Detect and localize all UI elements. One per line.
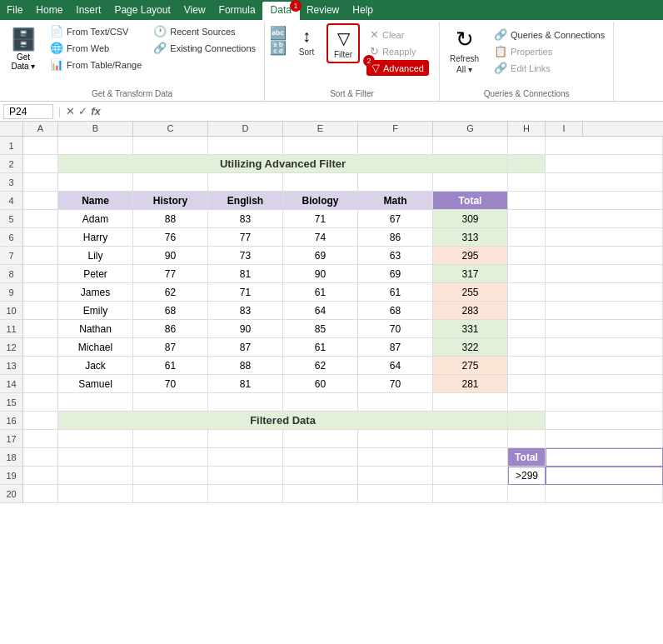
row-header-5[interactable]: 5 [0,210,22,228]
cell-math-9[interactable]: 61 [358,283,433,302]
cell-b3[interactable] [58,173,133,192]
cell-name-9[interactable]: James [58,283,133,302]
col-header-d[interactable]: D [208,122,283,136]
cell-h10[interactable] [508,302,546,320]
cell-english-14[interactable]: 81 [208,375,283,393]
cell-h20[interactable] [508,485,546,503]
cell-a18[interactable] [23,448,58,467]
cell-a20[interactable] [23,485,58,503]
formula-confirm[interactable]: ✓ [78,105,87,117]
cell-g1[interactable] [433,137,508,155]
cell-name-13[interactable]: Jack [58,357,133,375]
cell-e3[interactable] [283,173,358,192]
row-header-18[interactable]: 18 [0,448,22,467]
cell-i20[interactable] [546,485,663,503]
cell-total-12[interactable]: 322 [433,338,508,357]
cell-a17[interactable] [23,430,58,448]
cell-f1[interactable] [358,137,433,155]
col-header-a[interactable]: A [23,122,58,136]
cell-reference[interactable]: P24 [3,104,53,119]
row-header-17[interactable]: 17 [0,430,22,448]
cell-c3[interactable] [133,173,208,192]
cell-i18[interactable] [546,448,663,467]
cell-h9[interactable] [508,283,546,302]
cell-d19[interactable] [208,467,283,485]
cell-e18[interactable] [283,448,358,467]
cell-h12[interactable] [508,338,546,357]
header-math[interactable]: Math [358,192,433,210]
row-header-13[interactable]: 13 [0,357,22,375]
header-english[interactable]: English [208,192,283,210]
row-header-11[interactable]: 11 [0,320,22,338]
cell-d1[interactable] [208,137,283,155]
cell-i16[interactable] [546,412,663,430]
cell-biology-10[interactable]: 64 [283,302,358,320]
formula-input[interactable] [104,105,660,118]
filtered-title-cell[interactable]: Filtered Data [58,412,508,430]
cell-name-5[interactable]: Adam [58,210,133,228]
get-data-button[interactable]: 🗄️ Get Data ▾ [5,23,42,74]
cell-e15[interactable] [283,393,358,412]
cell-history-5[interactable]: 88 [133,210,208,228]
cell-history-11[interactable]: 86 [133,320,208,338]
cell-a6[interactable] [23,228,58,247]
cell-history-8[interactable]: 77 [133,265,208,283]
cell-d15[interactable] [208,393,283,412]
cell-c18[interactable] [133,448,208,467]
reapply-button[interactable]: ↻ Reapply [366,43,429,59]
cell-history-13[interactable]: 61 [133,357,208,375]
queries-connections-button[interactable]: 🔗 Queries & Connections [491,27,608,42]
cell-a7[interactable] [23,247,58,265]
cell-c1[interactable] [133,137,208,155]
from-text-csv-button[interactable]: 📄 From Text/CSV [47,23,145,39]
cell-f18[interactable] [358,448,433,467]
cell-g17[interactable] [433,430,508,448]
cell-h7[interactable] [508,247,546,265]
cell-i13[interactable] [546,357,663,375]
cell-name-6[interactable]: Harry [58,228,133,247]
cell-biology-5[interactable]: 71 [283,210,358,228]
cell-math-7[interactable]: 63 [358,247,433,265]
cell-f20[interactable] [358,485,433,503]
filter-button[interactable]: ▽ Filter [327,23,360,63]
cell-d20[interactable] [208,485,283,503]
row-header-20[interactable]: 20 [0,485,22,503]
refresh-all-button[interactable]: ↻ Refresh All ▾ [445,23,484,77]
cell-f17[interactable] [358,430,433,448]
cell-i6[interactable] [546,228,663,247]
row-header-3[interactable]: 3 [0,173,22,192]
cell-e17[interactable] [283,430,358,448]
cell-d18[interactable] [208,448,283,467]
cell-i1[interactable] [546,137,663,155]
cell-f19[interactable] [358,467,433,485]
cell-history-10[interactable]: 68 [133,302,208,320]
cell-biology-13[interactable]: 62 [283,357,358,375]
cell-total-13[interactable]: 275 [433,357,508,375]
cell-total-9[interactable]: 255 [433,283,508,302]
cell-a16[interactable] [23,412,58,430]
cell-g19[interactable] [433,467,508,485]
cell-f15[interactable] [358,393,433,412]
cell-total-10[interactable]: 283 [433,302,508,320]
cell-b20[interactable] [58,485,133,503]
col-header-e[interactable]: E [283,122,358,136]
edit-links-button[interactable]: 🔗 Edit Links [491,60,608,76]
cell-a8[interactable] [23,265,58,283]
cell-h8[interactable] [508,265,546,283]
cell-a14[interactable] [23,375,58,393]
cell-history-6[interactable]: 76 [133,228,208,247]
cell-a11[interactable] [23,320,58,338]
cell-history-9[interactable]: 62 [133,283,208,302]
col-header-f[interactable]: F [358,122,433,136]
header-history[interactable]: History [133,192,208,210]
cell-a15[interactable] [23,393,58,412]
cell-h13[interactable] [508,357,546,375]
header-name[interactable]: Name [58,192,133,210]
cell-total-6[interactable]: 313 [433,228,508,247]
cell-i19[interactable] [546,467,663,485]
cell-a1[interactable] [23,137,58,155]
menu-file[interactable]: File [0,2,29,18]
cell-i5[interactable] [546,210,663,228]
cell-e19[interactable] [283,467,358,485]
cell-english-6[interactable]: 77 [208,228,283,247]
